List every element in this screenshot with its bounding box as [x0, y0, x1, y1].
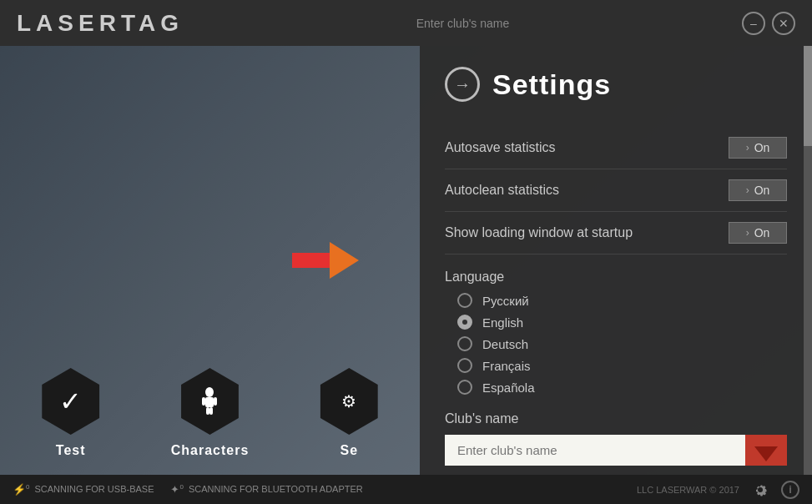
- autoclean-chevron: ›: [746, 184, 749, 196]
- radio-en: [457, 315, 472, 330]
- usb-icon: ⚡0: [13, 483, 29, 496]
- autosave-toggle[interactable]: › On: [729, 137, 787, 159]
- info-icon: i: [789, 483, 792, 496]
- language-option-de[interactable]: Deutsch: [457, 336, 787, 351]
- radio-ru: [457, 293, 472, 308]
- scan-bt-label: SCANNING FOR BLUETOOTH ADAPTER: [189, 484, 363, 494]
- svg-rect-1: [205, 397, 214, 407]
- language-en-label: English: [482, 315, 523, 330]
- language-section: Language Русский English Deutsch: [445, 270, 787, 395]
- characters-label: Characters: [171, 443, 250, 458]
- clubs-input-wrap: [445, 435, 787, 466]
- minimize-button[interactable]: –: [742, 12, 765, 35]
- showloading-chevron: ›: [746, 227, 749, 239]
- test-check-icon: ✓: [59, 386, 82, 417]
- scan-usb-label: SCANNING FOR USB-BASE: [34, 484, 154, 494]
- language-fr-label: Français: [482, 359, 531, 373]
- nav-item-settings[interactable]: ⚙ Se: [315, 368, 382, 458]
- info-button[interactable]: i: [781, 481, 799, 499]
- language-es-label: Española: [482, 381, 535, 395]
- showloading-label: Show loading window at startup: [445, 225, 633, 240]
- characters-hexagon: [176, 368, 243, 435]
- test-hexagon: ✓: [38, 368, 104, 435]
- autoclean-value: On: [754, 184, 770, 197]
- svg-rect-4: [206, 407, 209, 415]
- autosave-value: On: [754, 141, 770, 154]
- clubs-arrow-button[interactable]: [745, 435, 787, 466]
- autosave-label: Autosave statistics: [445, 140, 556, 155]
- showloading-row: Show loading window at startup › On: [445, 212, 787, 255]
- scan-usb: ⚡0 SCANNING FOR USB-BASE: [13, 483, 154, 496]
- language-option-fr[interactable]: Français: [457, 358, 787, 373]
- bt-icon: ✦0: [170, 483, 183, 496]
- soldier-icon: [194, 386, 224, 416]
- settings-scroll-area[interactable]: Autosave statistics › On Autoclean stati…: [420, 118, 812, 475]
- svg-rect-5: [209, 407, 213, 415]
- copyright-text: LLC LASERWAR © 2017: [637, 485, 739, 495]
- settings-title: Settings: [492, 68, 611, 101]
- radio-fr: [457, 358, 472, 373]
- language-option-ru[interactable]: Русский: [457, 293, 787, 308]
- title-bar: LASERTAG Enter club's name – ✕: [0, 0, 812, 46]
- svg-point-0: [205, 387, 214, 397]
- main-area: ✓ Test Characters ⚙ Se: [0, 46, 812, 475]
- settings-label: Se: [340, 443, 359, 458]
- title-club-name: Enter club's name: [416, 17, 510, 30]
- app-logo: LASERTAG: [17, 10, 184, 37]
- clubs-section: Club's name: [445, 411, 787, 466]
- autosave-chevron: ›: [746, 142, 749, 154]
- arrow-indicator: [292, 244, 359, 277]
- bottom-bar: ⚡0 SCANNING FOR USB-BASE ✦0 SCANNING FOR…: [0, 475, 812, 504]
- settings-hexagon: ⚙: [315, 368, 382, 435]
- nav-item-characters[interactable]: Characters: [171, 368, 250, 458]
- language-options: Русский English Deutsch Français: [445, 293, 787, 395]
- window-controls: – ✕: [742, 12, 795, 35]
- language-section-label: Language: [445, 270, 787, 285]
- showloading-value: On: [754, 226, 770, 239]
- nav-item-test[interactable]: ✓ Test: [38, 368, 104, 458]
- autoclean-toggle[interactable]: › On: [729, 179, 787, 201]
- autosave-row: Autosave statistics › On: [445, 127, 787, 169]
- bottom-left-scans: ⚡0 SCANNING FOR USB-BASE ✦0 SCANNING FOR…: [13, 483, 363, 496]
- clubs-name-input[interactable]: [445, 435, 787, 466]
- close-button[interactable]: ✕: [772, 12, 795, 35]
- settings-partial-icon: ⚙: [341, 391, 356, 411]
- gear-icon: [752, 481, 769, 498]
- scan-bt: ✦0 SCANNING FOR BLUETOOTH ADAPTER: [170, 483, 362, 496]
- clubs-name-label: Club's name: [445, 411, 787, 426]
- right-arrow: [292, 244, 359, 277]
- settings-header: → Settings: [420, 46, 812, 118]
- settings-arrow-icon: →: [445, 67, 480, 102]
- svg-rect-3: [214, 397, 217, 406]
- autoclean-label: Autoclean statistics: [445, 183, 559, 198]
- bottom-right: LLC LASERWAR © 2017 i: [637, 479, 799, 501]
- showloading-toggle[interactable]: › On: [729, 222, 787, 244]
- language-ru-label: Русский: [482, 294, 529, 308]
- radio-es: [457, 380, 472, 395]
- nav-icons: ✓ Test Characters ⚙ Se: [0, 368, 420, 458]
- gear-button[interactable]: [749, 479, 771, 501]
- language-option-es[interactable]: Española: [457, 380, 787, 395]
- settings-panel: → Settings Autosave statistics › On Auto…: [420, 46, 812, 475]
- svg-rect-2: [202, 397, 205, 406]
- language-de-label: Deutsch: [482, 337, 528, 351]
- clubs-down-arrow-icon: [754, 446, 778, 461]
- language-option-en[interactable]: English: [457, 315, 787, 330]
- test-label: Test: [56, 443, 86, 458]
- autoclean-row: Autoclean statistics › On: [445, 169, 787, 212]
- radio-de: [457, 336, 472, 351]
